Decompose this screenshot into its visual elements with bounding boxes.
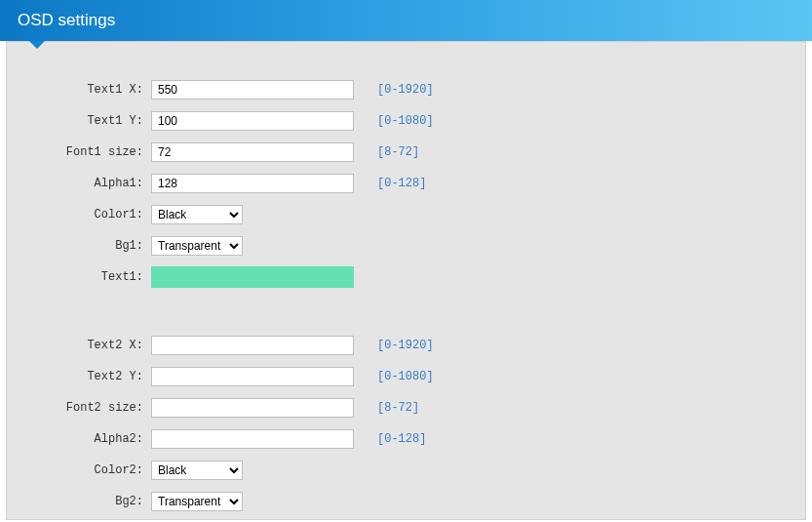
row-text2-y: Text2 Y [0-1080] [7,366,805,387]
label-text2-y: Text2 Y [7,370,151,383]
page-header: OSD settings [0,0,812,41]
hint-text1-x: [0-1920] [377,83,434,97]
page-title: OSD settings [18,11,115,29]
input-font1-size[interactable] [151,142,354,162]
input-text1-x[interactable] [151,80,354,100]
input-font2-size[interactable] [151,398,354,418]
row-bg1: Bg1 Transparent [7,235,805,257]
label-text1-x: Text1 X [7,83,151,97]
label-font2-size: Font2 size [7,401,151,415]
settings-panel: Text1 X [0-1920] Text1 Y [0-1080] Font1 … [6,41,806,520]
select-bg1[interactable]: Transparent [151,236,243,256]
label-alpha1: Alpha1 [7,177,151,190]
input-alpha1[interactable] [151,174,354,193]
row-alpha2: Alpha2 [0-128] [7,428,805,450]
select-color1[interactable]: Black [151,205,243,224]
row-text1-x: Text1 X [0-1920] [7,79,805,100]
label-color1: Color1 [7,208,151,221]
label-color2: Color2 [7,463,151,477]
row-bg2: Bg2 Transparent [7,491,805,512]
row-color1: Color1 Black [7,204,805,225]
row-text2-x: Text2 X [0-1920] [7,335,805,356]
hint-text1-y: [0-1080] [377,114,434,128]
row-font1-size: Font1 size [8-72] [7,141,805,163]
label-text2-x: Text2 X [7,339,151,352]
hint-alpha1: [0-128] [377,177,426,190]
input-alpha2[interactable] [151,429,354,449]
swatch-text1[interactable] [151,266,354,288]
input-text2-x[interactable] [151,336,354,355]
hint-text2-y: [0-1080] [377,370,434,383]
select-color2[interactable]: Black [151,461,243,480]
label-text1-y: Text1 Y [7,114,151,128]
hint-font1-size: [8-72] [377,145,419,159]
label-alpha2: Alpha2 [7,432,151,446]
label-bg1: Bg1 [7,239,151,253]
hint-text2-x: [0-1920] [377,339,434,352]
row-text1-y: Text1 Y [0-1080] [7,110,805,132]
row-text1: Text1 [7,266,805,288]
label-text1: Text1 [7,270,151,284]
input-text1-y[interactable] [151,111,354,131]
hint-alpha2: [0-128] [377,432,426,446]
label-bg2: Bg2 [7,495,151,508]
row-alpha1: Alpha1 [0-128] [7,173,805,194]
input-text2-y[interactable] [151,367,354,386]
select-bg2[interactable]: Transparent [151,492,243,511]
hint-font2-size: [8-72] [377,401,419,415]
row-color2: Color2 Black [7,460,805,481]
label-font1-size: Font1 size [7,145,151,159]
row-font2-size: Font2 size [8-72] [7,397,805,419]
